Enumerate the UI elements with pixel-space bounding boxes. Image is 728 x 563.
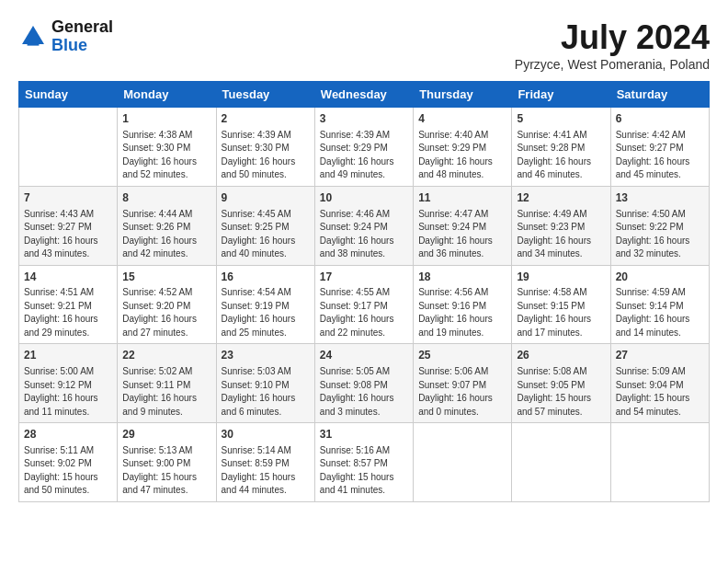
calendar-cell: 9Sunrise: 4:45 AMSunset: 9:25 PMDaylight… — [216, 186, 314, 265]
calendar-week-row: 1Sunrise: 4:38 AMSunset: 9:30 PMDaylight… — [19, 108, 710, 187]
main-title: July 2024 — [515, 18, 710, 57]
calendar-cell — [414, 423, 512, 502]
day-number: 21 — [24, 348, 112, 363]
calendar-cell: 4Sunrise: 4:40 AMSunset: 9:29 PMDaylight… — [414, 108, 512, 187]
calendar-cell: 11Sunrise: 4:47 AMSunset: 9:24 PMDayligh… — [414, 186, 512, 265]
day-number: 24 — [320, 348, 408, 363]
day-info: Sunrise: 4:56 AMSunset: 9:16 PMDaylight:… — [418, 286, 506, 339]
day-number: 17 — [320, 270, 408, 285]
calendar-week-row: 21Sunrise: 5:00 AMSunset: 9:12 PMDayligh… — [19, 344, 710, 423]
day-number: 2 — [222, 111, 310, 127]
calendar-table: SundayMondayTuesdayWednesdayThursdayFrid… — [18, 81, 710, 502]
day-number: 28 — [24, 427, 112, 442]
calendar-cell: 15Sunrise: 4:52 AMSunset: 9:20 PMDayligh… — [118, 265, 216, 344]
day-info: Sunrise: 5:08 AMSunset: 9:05 PMDaylight:… — [517, 365, 605, 419]
day-number: 6 — [616, 111, 704, 127]
day-info: Sunrise: 4:55 AMSunset: 9:17 PMDaylight:… — [320, 286, 408, 339]
day-info: Sunrise: 4:52 AMSunset: 9:20 PMDaylight:… — [122, 286, 210, 339]
day-number: 19 — [517, 270, 605, 285]
column-header-monday: Monday — [118, 82, 216, 108]
calendar-cell — [610, 423, 709, 502]
day-info: Sunrise: 4:54 AMSunset: 9:19 PMDaylight:… — [222, 286, 310, 339]
calendar-cell: 26Sunrise: 5:08 AMSunset: 9:05 PMDayligh… — [512, 344, 610, 423]
day-info: Sunrise: 4:47 AMSunset: 9:24 PMDaylight:… — [418, 208, 506, 261]
calendar-cell: 16Sunrise: 4:54 AMSunset: 9:19 PMDayligh… — [216, 265, 314, 344]
day-number: 10 — [320, 190, 408, 206]
day-info: Sunrise: 4:58 AMSunset: 9:15 PMDaylight:… — [517, 286, 605, 339]
calendar-cell: 13Sunrise: 4:50 AMSunset: 9:22 PMDayligh… — [610, 186, 709, 265]
day-info: Sunrise: 5:03 AMSunset: 9:10 PMDaylight:… — [222, 365, 310, 419]
column-header-sunday: Sunday — [19, 82, 118, 108]
day-number: 22 — [122, 348, 210, 363]
svg-marker-0 — [22, 26, 44, 44]
calendar-cell: 3Sunrise: 4:39 AMSunset: 9:29 PMDaylight… — [314, 108, 413, 187]
calendar-cell: 7Sunrise: 4:43 AMSunset: 9:27 PMDaylight… — [19, 186, 118, 265]
calendar-week-row: 7Sunrise: 4:43 AMSunset: 9:27 PMDaylight… — [19, 186, 710, 265]
calendar-cell: 27Sunrise: 5:09 AMSunset: 9:04 PMDayligh… — [610, 344, 709, 423]
day-info: Sunrise: 5:09 AMSunset: 9:04 PMDaylight:… — [616, 365, 704, 419]
calendar-cell: 1Sunrise: 4:38 AMSunset: 9:30 PMDaylight… — [118, 108, 216, 187]
day-number: 29 — [122, 427, 210, 442]
day-number: 26 — [517, 348, 605, 363]
day-info: Sunrise: 4:45 AMSunset: 9:25 PMDaylight:… — [222, 208, 310, 261]
day-info: Sunrise: 5:14 AMSunset: 8:59 PMDaylight:… — [222, 444, 310, 498]
subtitle: Pyrzyce, West Pomerania, Poland — [515, 57, 710, 72]
column-header-tuesday: Tuesday — [216, 82, 314, 108]
day-info: Sunrise: 4:40 AMSunset: 9:29 PMDaylight:… — [418, 129, 506, 182]
day-info: Sunrise: 4:59 AMSunset: 9:14 PMDaylight:… — [616, 286, 704, 339]
day-number: 3 — [320, 111, 408, 127]
day-info: Sunrise: 5:16 AMSunset: 8:57 PMDaylight:… — [320, 444, 408, 498]
day-number: 15 — [122, 270, 210, 285]
day-number: 16 — [222, 270, 310, 285]
day-info: Sunrise: 4:38 AMSunset: 9:30 PMDaylight:… — [122, 129, 210, 182]
calendar-cell: 6Sunrise: 4:42 AMSunset: 9:27 PMDaylight… — [610, 108, 709, 187]
logo-icon — [18, 22, 48, 52]
calendar-cell: 19Sunrise: 4:58 AMSunset: 9:15 PMDayligh… — [512, 265, 610, 344]
day-info: Sunrise: 5:06 AMSunset: 9:07 PMDaylight:… — [418, 365, 506, 419]
day-number: 18 — [418, 270, 506, 285]
day-info: Sunrise: 5:13 AMSunset: 9:00 PMDaylight:… — [122, 444, 210, 498]
day-info: Sunrise: 4:39 AMSunset: 9:29 PMDaylight:… — [320, 129, 408, 182]
calendar-cell: 18Sunrise: 4:56 AMSunset: 9:16 PMDayligh… — [414, 265, 512, 344]
page-header: General Blue July 2024 Pyrzyce, West Pom… — [18, 18, 710, 72]
calendar-cell: 20Sunrise: 4:59 AMSunset: 9:14 PMDayligh… — [610, 265, 709, 344]
day-info: Sunrise: 4:42 AMSunset: 9:27 PMDaylight:… — [616, 129, 704, 182]
calendar-cell — [19, 108, 118, 187]
calendar-cell: 28Sunrise: 5:11 AMSunset: 9:02 PMDayligh… — [19, 423, 118, 502]
calendar-cell: 14Sunrise: 4:51 AMSunset: 9:21 PMDayligh… — [19, 265, 118, 344]
calendar-cell: 31Sunrise: 5:16 AMSunset: 8:57 PMDayligh… — [314, 423, 413, 502]
calendar-cell: 22Sunrise: 5:02 AMSunset: 9:11 PMDayligh… — [118, 344, 216, 423]
day-info: Sunrise: 4:44 AMSunset: 9:26 PMDaylight:… — [122, 208, 210, 261]
column-header-saturday: Saturday — [610, 82, 709, 108]
day-number: 14 — [24, 270, 112, 285]
column-header-wednesday: Wednesday — [314, 82, 413, 108]
day-info: Sunrise: 4:41 AMSunset: 9:28 PMDaylight:… — [517, 129, 605, 182]
calendar-cell: 24Sunrise: 5:05 AMSunset: 9:08 PMDayligh… — [314, 344, 413, 423]
logo-text: General Blue — [51, 18, 113, 55]
calendar-cell: 30Sunrise: 5:14 AMSunset: 8:59 PMDayligh… — [216, 423, 314, 502]
calendar-cell: 23Sunrise: 5:03 AMSunset: 9:10 PMDayligh… — [216, 344, 314, 423]
calendar-week-row: 28Sunrise: 5:11 AMSunset: 9:02 PMDayligh… — [19, 423, 710, 502]
day-info: Sunrise: 4:43 AMSunset: 9:27 PMDaylight:… — [24, 208, 112, 261]
day-number: 30 — [222, 427, 310, 442]
day-number: 31 — [320, 427, 408, 442]
day-number: 25 — [418, 348, 506, 363]
calendar-cell: 8Sunrise: 4:44 AMSunset: 9:26 PMDaylight… — [118, 186, 216, 265]
calendar-cell: 5Sunrise: 4:41 AMSunset: 9:28 PMDaylight… — [512, 108, 610, 187]
calendar-cell — [512, 423, 610, 502]
day-number: 23 — [222, 348, 310, 363]
day-info: Sunrise: 4:39 AMSunset: 9:30 PMDaylight:… — [222, 129, 310, 182]
day-number: 7 — [24, 190, 112, 206]
calendar-cell: 29Sunrise: 5:13 AMSunset: 9:00 PMDayligh… — [118, 423, 216, 502]
calendar-cell: 25Sunrise: 5:06 AMSunset: 9:07 PMDayligh… — [414, 344, 512, 423]
day-info: Sunrise: 5:00 AMSunset: 9:12 PMDaylight:… — [24, 365, 112, 419]
day-info: Sunrise: 5:02 AMSunset: 9:11 PMDaylight:… — [122, 365, 210, 419]
day-info: Sunrise: 4:51 AMSunset: 9:21 PMDaylight:… — [24, 286, 112, 339]
calendar-cell: 21Sunrise: 5:00 AMSunset: 9:12 PMDayligh… — [19, 344, 118, 423]
calendar-cell: 17Sunrise: 4:55 AMSunset: 9:17 PMDayligh… — [314, 265, 413, 344]
day-number: 9 — [222, 190, 310, 206]
day-number: 1 — [122, 111, 210, 127]
day-number: 11 — [418, 190, 506, 206]
day-info: Sunrise: 5:11 AMSunset: 9:02 PMDaylight:… — [24, 444, 112, 498]
logo: General Blue — [18, 18, 113, 55]
